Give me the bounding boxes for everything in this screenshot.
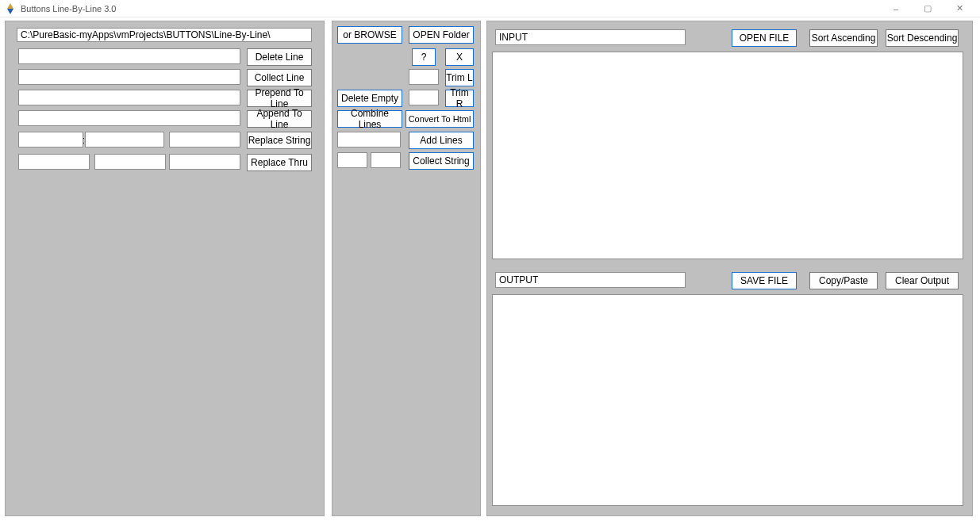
add-lines-input[interactable] [337,132,401,147]
replace-thru-input-1[interactable] [18,154,90,170]
append-input[interactable] [18,110,240,126]
if-line-contains-input-2[interactable] [18,69,240,85]
if-line-contains-input-1[interactable] [18,48,240,64]
app-canvas: IF Line Contains This: Delete Line IF Li… [0,17,980,521]
trim-r-button[interactable]: Trim R [445,90,474,107]
prepend-to-line-button[interactable]: Prepend To Line [247,90,312,107]
window-controls: – ▢ ✕ [880,0,975,17]
open-file-button[interactable]: OPEN FILE [732,29,797,47]
trim-l-button[interactable]: Trim L [445,69,474,86]
browse-button[interactable]: or BROWSE [337,26,402,44]
collect-line-button[interactable]: Collect Line [247,69,312,86]
collect-string-input-2[interactable] [371,152,401,168]
question-button[interactable]: ? [412,48,436,66]
copy-paste-button[interactable]: Copy/Paste [809,272,878,289]
add-lines-button[interactable]: Add Lines [409,132,474,149]
combine-lines-button[interactable]: Combine Lines [337,110,402,128]
maximize-button[interactable]: ▢ [912,0,943,17]
prepend-input[interactable] [18,90,240,105]
middle-panel: or BROWSE OPEN Folder ? X Trim L Delete … [332,21,481,516]
replace-thru-input-2[interactable] [94,154,166,170]
save-file-button[interactable]: SAVE FILE [732,272,797,289]
path-input[interactable] [17,28,312,42]
output-textarea[interactable] [492,294,963,506]
replace-string-from-input[interactable] [85,132,164,147]
delete-empty-button[interactable]: Delete Empty [337,90,402,107]
close-button[interactable]: ✕ [943,0,975,17]
collect-string-button[interactable]: Collect String [409,152,474,170]
sort-ascending-button[interactable]: Sort Ascending [809,29,878,47]
replace-string-spacer [18,132,83,147]
open-folder-button[interactable]: OPEN Folder [409,26,474,44]
app-icon [5,3,16,14]
input-textarea[interactable] [492,52,963,259]
sort-descending-button[interactable]: Sort Descending [886,29,959,47]
append-to-line-button[interactable]: Append To Line [247,110,312,128]
left-panel: IF Line Contains This: Delete Line IF Li… [5,21,325,516]
collect-string-input-1[interactable] [337,152,367,168]
input-label-field[interactable] [495,29,686,45]
trim-r-input[interactable] [409,90,439,105]
minimize-button[interactable]: – [880,0,912,17]
replace-string-button[interactable]: Replace String [247,132,312,149]
clear-output-button[interactable]: Clear Output [886,272,959,289]
right-panel: OPEN FILE Sort Ascending Sort Descending… [486,21,973,516]
convert-to-html-button[interactable]: Convert To Html [405,110,474,128]
delete-line-button[interactable]: Delete Line [247,48,312,66]
replace-thru-input-3[interactable] [169,154,240,170]
window-title: Buttons Line-By-Line 3.0 [21,4,116,13]
trim-l-input[interactable] [409,69,439,85]
replace-thru-button[interactable]: Replace Thru [247,154,312,171]
replace-string-to-input[interactable] [169,132,240,147]
x-button[interactable]: X [445,48,474,66]
title-bar: Buttons Line-By-Line 3.0 – ▢ ✕ [0,0,980,17]
output-label-field[interactable] [495,272,686,288]
